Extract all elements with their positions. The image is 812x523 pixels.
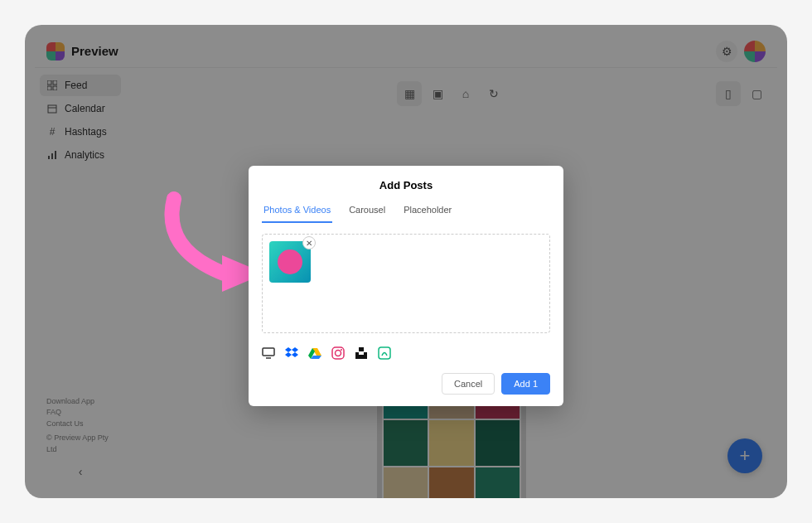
svg-rect-19 — [332, 347, 344, 359]
close-icon: ✕ — [306, 239, 312, 248]
svg-marker-13 — [292, 347, 298, 352]
svg-marker-15 — [292, 352, 298, 357]
source-stock[interactable] — [378, 346, 391, 360]
upload-dropzone[interactable]: ✕ — [262, 234, 550, 333]
remove-thumbnail[interactable]: ✕ — [302, 236, 316, 249]
modal-tabs: Photos & Videos Carousel Placeholder — [249, 200, 563, 224]
cancel-button[interactable]: Cancel — [442, 373, 495, 395]
source-desktop[interactable] — [262, 346, 275, 360]
modal-actions: Cancel Add 1 — [249, 366, 563, 406]
add-posts-modal: Add Posts Photos & Videos Carousel Place… — [249, 166, 563, 406]
upload-thumbnail[interactable]: ✕ — [269, 241, 311, 283]
source-unsplash[interactable] — [355, 346, 368, 360]
tab-photos-videos[interactable]: Photos & Videos — [262, 200, 332, 223]
svg-rect-10 — [263, 348, 274, 356]
svg-rect-22 — [359, 347, 364, 351]
source-google-drive[interactable] — [308, 346, 321, 360]
svg-marker-18 — [311, 356, 321, 359]
svg-point-21 — [341, 349, 342, 351]
source-instagram[interactable] — [331, 346, 345, 360]
tab-carousel[interactable]: Carousel — [347, 200, 387, 223]
svg-marker-23 — [355, 352, 367, 359]
svg-marker-12 — [285, 347, 292, 352]
svg-point-20 — [336, 351, 341, 356]
add-button[interactable]: Add 1 — [501, 373, 550, 395]
source-dropbox[interactable] — [285, 346, 298, 360]
svg-marker-14 — [285, 352, 292, 357]
tab-placeholder[interactable]: Placeholder — [402, 200, 453, 223]
upload-sources — [249, 341, 563, 366]
modal-title: Add Posts — [249, 166, 563, 200]
